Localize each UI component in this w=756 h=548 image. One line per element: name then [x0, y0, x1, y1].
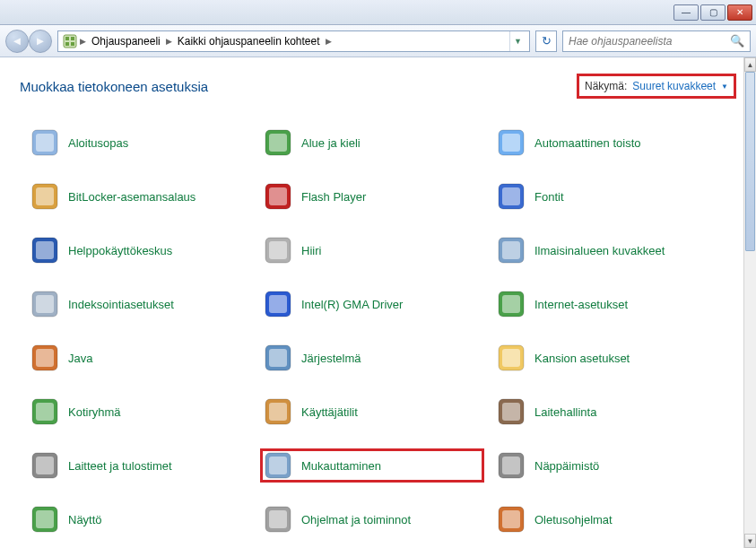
java-icon: [30, 344, 59, 372]
control-panel-item[interactable]: Kansion asetukset: [493, 341, 717, 375]
control-panel-item[interactable]: Fontit: [493, 179, 717, 213]
refresh-button[interactable]: ↻: [535, 30, 557, 52]
keyboard-icon: [497, 451, 526, 480]
internet-options-icon: [497, 290, 526, 318]
control-panel-item[interactable]: Järjestelmä: [260, 341, 484, 375]
chevron-down-icon: ▼: [721, 83, 728, 91]
intel-gma-icon: [264, 290, 292, 318]
back-button[interactable]: ◄: [5, 30, 29, 53]
control-panel-item[interactable]: Intel(R) GMA Driver: [260, 287, 484, 321]
svg-rect-22: [502, 241, 520, 259]
control-panel-item[interactable]: Mukauttaminen: [260, 448, 484, 483]
scroll-track[interactable]: [744, 72, 756, 534]
control-panel-item[interactable]: Näppäimistö: [493, 448, 717, 483]
search-icon: 🔍: [730, 34, 744, 48]
chevron-right-icon: ▶: [78, 37, 88, 46]
svg-rect-44: [269, 457, 287, 474]
item-label: Järjestelmä: [301, 352, 361, 365]
svg-rect-30: [36, 349, 54, 367]
control-panel-item[interactable]: Laitteet ja tulostimet: [27, 448, 251, 483]
svg-rect-20: [269, 241, 287, 259]
control-panel-item[interactable]: Flash Player: [260, 179, 484, 213]
item-label: Hiiri: [301, 244, 321, 257]
maximize-button[interactable]: ▢: [700, 4, 726, 21]
minimize-button[interactable]: —: [673, 4, 699, 21]
item-label: Aloitusopas: [68, 136, 128, 150]
item-label: Java: [68, 352, 92, 365]
svg-rect-24: [36, 295, 54, 313]
user-accounts-icon: [264, 397, 292, 426]
item-label: Mukauttaminen: [301, 459, 381, 473]
nav-history-buttons: ◄ ►: [5, 30, 52, 53]
notification-area-icon: [497, 236, 526, 265]
autoplay-icon: [497, 128, 526, 157]
page-title: Muokkaa tietokoneen asetuksia: [20, 79, 208, 94]
page-header: Muokkaa tietokoneen asetuksia Näkymä: Su…: [0, 57, 756, 109]
scroll-thumb[interactable]: [745, 72, 755, 251]
mouse-icon: [264, 236, 292, 265]
view-value: Suuret kuvakkeet: [632, 80, 716, 92]
svg-rect-32: [269, 349, 287, 367]
item-label: Oletusohjelmat: [534, 513, 613, 526]
control-panel-item[interactable]: Indeksointiasetukset: [27, 287, 251, 321]
svg-rect-50: [269, 510, 287, 528]
svg-rect-8: [269, 134, 287, 152]
item-label: BitLocker-asemansalaus: [68, 190, 196, 204]
breadcrumb-part[interactable]: Ohjauspaneeli: [88, 35, 164, 48]
chevron-right-icon: ▶: [324, 37, 334, 46]
control-panel-item[interactable]: Ilmaisinalueen kuvakkeet: [493, 233, 717, 267]
item-label: Laitteet ja tulostimet: [68, 459, 172, 473]
svg-rect-46: [502, 457, 520, 474]
control-panel-item[interactable]: Kotiryhmä: [27, 395, 251, 429]
control-panel-item[interactable]: Näyttö: [27, 502, 251, 536]
folder-options-icon: [497, 344, 526, 372]
item-label: Näyttö: [68, 513, 102, 526]
view-label: Näkymä:: [585, 80, 627, 92]
homegroup-icon: [30, 397, 59, 426]
bitlocker-icon: [30, 182, 59, 211]
control-panel-item[interactable]: Oletusohjelmat: [493, 502, 717, 536]
control-panel-item[interactable]: Käyttäjätilit: [260, 395, 484, 429]
search-input[interactable]: [569, 35, 730, 48]
svg-rect-12: [36, 187, 54, 205]
programs-features-icon: [264, 505, 292, 534]
chevron-right-icon: ▶: [164, 37, 174, 46]
address-bar[interactable]: ▶ Ohjauspaneeli ▶ Kaikki ohjauspaneelin …: [57, 30, 530, 52]
control-panel-item[interactable]: Internet-asetukset: [493, 287, 717, 321]
forward-button[interactable]: ►: [29, 30, 52, 53]
svg-rect-16: [502, 187, 520, 205]
svg-rect-2: [71, 37, 74, 40]
control-panel-item[interactable]: Hiiri: [260, 233, 484, 267]
control-panel-item[interactable]: Ohjelmat ja toiminnot: [260, 502, 484, 536]
arrow-right-icon: ►: [35, 34, 47, 48]
scroll-up-button[interactable]: ▲: [744, 57, 756, 72]
search-box[interactable]: 🔍: [562, 30, 751, 52]
ease-of-access-icon: [30, 236, 59, 265]
arrow-left-icon: ◄: [12, 34, 23, 48]
devices-printers-icon: [30, 451, 59, 480]
svg-rect-1: [65, 37, 69, 40]
address-dropdown[interactable]: ▼: [509, 31, 526, 51]
svg-rect-38: [269, 403, 287, 421]
svg-rect-52: [502, 510, 520, 528]
scroll-down-button[interactable]: ▼: [744, 534, 756, 548]
control-panel-icon: [62, 33, 78, 49]
content-area: AloitusopasAlue ja kieliAutomaattinen to…: [0, 108, 743, 548]
control-panel-item[interactable]: Java: [27, 341, 251, 375]
control-panel-item[interactable]: Aloitusopas: [27, 126, 251, 160]
close-button[interactable]: ✕: [727, 4, 752, 21]
view-selector[interactable]: Näkymä: Suuret kuvakkeet ▼: [577, 74, 736, 99]
control-panel-item[interactable]: Alue ja kieli: [260, 126, 484, 160]
personalization-icon: [264, 451, 292, 480]
control-panel-item[interactable]: Automaattinen toisto: [493, 126, 717, 160]
items-grid: AloitusopasAlue ja kieliAutomaattinen to…: [27, 126, 734, 548]
control-panel-item[interactable]: Helppokäyttökeskus: [27, 233, 251, 267]
item-label: Fontit: [534, 190, 564, 204]
svg-rect-26: [269, 295, 287, 313]
control-panel-item[interactable]: BitLocker-asemansalaus: [27, 179, 251, 213]
control-panel-item[interactable]: Laitehallinta: [493, 395, 717, 429]
item-label: Alue ja kieli: [301, 136, 361, 150]
breadcrumb-part[interactable]: Kaikki ohjauspaneelin kohteet: [174, 35, 324, 48]
svg-rect-34: [502, 349, 520, 367]
vertical-scrollbar[interactable]: ▲ ▼: [743, 57, 756, 548]
